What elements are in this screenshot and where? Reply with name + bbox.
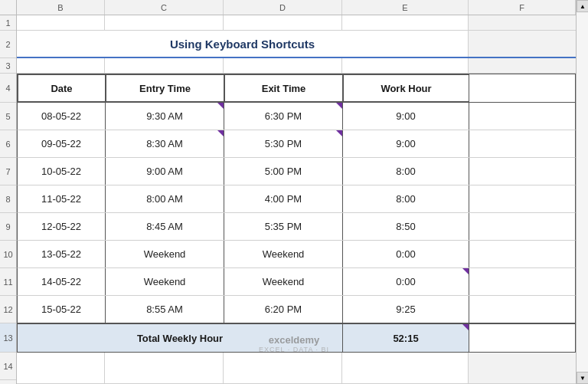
row-13-total: Total Weekly Hour 52:15 — [17, 323, 576, 353]
cell-2f[interactable] — [469, 31, 576, 57]
scroll-down-btn[interactable]: ▼ — [577, 372, 588, 384]
row-num-9: 9 — [0, 213, 16, 241]
row-num-10: 10 — [0, 241, 16, 268]
cell-7f[interactable] — [469, 158, 575, 185]
comment-indicator-5c — [217, 103, 224, 109]
cell-9f[interactable] — [469, 213, 575, 240]
scroll-track[interactable] — [577, 12, 588, 372]
cell-8-date[interactable]: 11-05-22 — [18, 185, 106, 212]
cell-11-date[interactable]: 14-05-22 — [18, 268, 106, 295]
cell-1f[interactable] — [469, 15, 576, 30]
title-cell[interactable]: Using Keyboard Shortcuts — [17, 31, 469, 57]
cell-1e[interactable] — [342, 15, 469, 30]
scroll-up-btn[interactable]: ▲ — [577, 0, 588, 12]
cell-12-exit[interactable]: 6:20 PM — [224, 296, 343, 323]
comment-indicator-6d — [336, 130, 342, 136]
cell-10-work[interactable]: 0:00 — [343, 241, 469, 267]
cell-9-entry[interactable]: 8:45 AM — [106, 213, 224, 240]
total-label[interactable]: Total Weekly Hour — [18, 324, 343, 352]
cell-8f[interactable] — [469, 185, 575, 212]
row-num-5: 5 — [0, 103, 16, 130]
cell-3e[interactable] — [342, 58, 469, 73]
cell-7-entry[interactable]: 9:00 AM — [106, 158, 224, 185]
cell-7-date[interactable]: 10-05-22 — [18, 158, 106, 185]
cell-12-date[interactable]: 15-05-22 — [18, 296, 106, 323]
col-header-d: D — [224, 0, 342, 15]
cell-9-work[interactable]: 8:50 — [343, 213, 469, 240]
cell-1c[interactable] — [105, 15, 224, 30]
comment-indicator-6c — [217, 130, 224, 136]
cell-3d[interactable] — [224, 58, 342, 73]
cell-8-exit[interactable]: 4:00 PM — [224, 185, 343, 212]
row-5: 08-05-22 9:30 AM 6:30 PM 9:00 — [17, 103, 576, 130]
cell-10-exit[interactable]: Weekend — [224, 241, 343, 267]
row-numbers-col: 1 2 3 4 5 6 7 8 9 10 11 12 13 14 — [0, 0, 17, 384]
header-date[interactable]: Date — [18, 74, 106, 102]
row-num-4: 4 — [0, 74, 16, 103]
cell-3c[interactable] — [105, 58, 224, 73]
comment-indicator-11e — [462, 268, 469, 274]
cell-8-entry[interactable]: 8:00 AM — [106, 185, 224, 212]
cell-14d[interactable] — [224, 353, 342, 383]
cell-14c[interactable] — [105, 353, 224, 383]
row-10: 13-05-22 Weekend Weekend 0:00 — [17, 241, 576, 268]
row-8: 11-05-22 8:00 AM 4:00 PM 8:00 — [17, 185, 576, 213]
cell-5-date[interactable]: 08-05-22 — [18, 103, 106, 130]
cell-10f[interactable] — [469, 241, 575, 267]
cell-14e[interactable] — [342, 353, 469, 383]
col-headers: B C D E F — [17, 0, 576, 15]
cell-14f[interactable] — [469, 353, 576, 383]
row-2: Using Keyboard Shortcuts — [17, 31, 576, 58]
col-header-e: E — [342, 0, 469, 15]
total-value[interactable]: 52:15 — [343, 324, 469, 352]
cell-10-entry[interactable]: Weekend — [106, 241, 224, 267]
spreadsheet-title: Using Keyboard Shortcuts — [170, 38, 315, 51]
cell-7-work[interactable]: 8:00 — [343, 158, 469, 185]
cell-5-exit[interactable]: 6:30 PM — [224, 103, 343, 130]
cell-6-work[interactable]: 9:00 — [343, 130, 469, 157]
row-9: 12-05-22 8:45 AM 5:35 PM 8:50 — [17, 213, 576, 241]
cell-12-work[interactable]: 9:25 — [343, 296, 469, 323]
cell-12f[interactable] — [469, 296, 575, 323]
cell-8-work[interactable]: 8:00 — [343, 185, 469, 212]
cell-5f[interactable] — [469, 103, 575, 130]
cell-6-exit[interactable]: 5:30 PM — [224, 130, 343, 157]
row-num-11: 11 — [0, 268, 16, 296]
col-header-f: F — [469, 0, 576, 15]
header-exit[interactable]: Exit Time — [224, 74, 343, 102]
cell-6-date[interactable]: 09-05-22 — [18, 130, 106, 157]
col-header-c: C — [105, 0, 224, 15]
row-11: 14-05-22 Weekend Weekend 0:00 — [17, 268, 576, 296]
row-6: 09-05-22 8:30 AM 5:30 PM 9:00 — [17, 130, 576, 158]
cell-1d[interactable] — [224, 15, 342, 30]
header-entry[interactable]: Entry Time — [106, 74, 224, 102]
header-work[interactable]: Work Hour — [343, 74, 469, 102]
row-num-7: 7 — [0, 158, 16, 185]
cell-5-entry[interactable]: 9:30 AM — [106, 103, 224, 130]
cell-5-work[interactable]: 9:00 — [343, 103, 469, 130]
cell-10-date[interactable]: 13-05-22 — [18, 241, 106, 267]
cell-6-entry[interactable]: 8:30 AM — [106, 130, 224, 157]
cell-9-date[interactable]: 12-05-22 — [18, 213, 106, 240]
cell-1b[interactable] — [17, 15, 105, 30]
cell-3f[interactable] — [469, 58, 576, 73]
scrollbar[interactable]: ▲ ▼ — [576, 0, 588, 384]
cell-12-entry[interactable]: 8:55 AM — [106, 296, 224, 323]
cell-4f[interactable] — [469, 74, 575, 102]
cell-13f[interactable] — [469, 324, 575, 352]
cell-6f[interactable] — [469, 130, 575, 157]
row-num-13: 13 — [0, 323, 16, 353]
cell-7-exit[interactable]: 5:00 PM — [224, 158, 343, 185]
cell-3b[interactable] — [17, 58, 105, 73]
comment-indicator-13e — [462, 324, 469, 330]
row-num-3: 3 — [0, 58, 16, 74]
col-header-b: B — [17, 0, 105, 15]
cell-11-entry[interactable]: Weekend — [106, 268, 224, 295]
cell-11-exit[interactable]: Weekend — [224, 268, 343, 295]
row-num-8: 8 — [0, 185, 16, 213]
cell-11f[interactable] — [469, 268, 575, 295]
cell-11-work[interactable]: 0:00 — [343, 268, 469, 295]
cell-14b[interactable] — [17, 353, 105, 383]
cell-9-exit[interactable]: 5:35 PM — [224, 213, 343, 240]
row-12: 15-05-22 8:55 AM 6:20 PM 9:25 — [17, 296, 576, 323]
